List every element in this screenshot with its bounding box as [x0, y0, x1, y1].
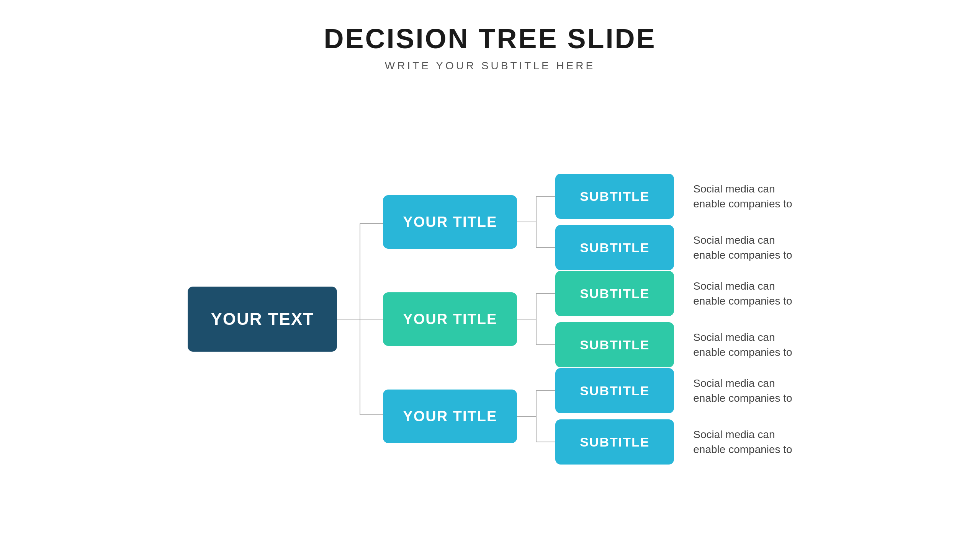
mid-node-3[interactable]: YOUR TITLE [383, 390, 517, 443]
branch2-connector [517, 271, 555, 367]
desc-2-2: Social media can enable companies to [693, 322, 792, 367]
sub-node-3-1[interactable]: SUBTITLE [555, 368, 674, 413]
mid-node-2[interactable]: YOUR TITLE [383, 292, 517, 346]
desc-3: Social media can enable companies to Soc… [693, 368, 792, 465]
sub-node-1-2[interactable]: SUBTITLE [555, 225, 674, 270]
desc-3-1: Social media can enable companies to [693, 368, 792, 413]
page-title: DECISION TREE SLIDE [324, 23, 656, 54]
desc-1: Social media can enable companies to Soc… [693, 174, 792, 270]
desc-2: Social media can enable companies to Soc… [693, 271, 792, 367]
sub-node-2-2[interactable]: SUBTITLE [555, 322, 674, 367]
desc-3-2: Social media can enable companies to [693, 419, 792, 465]
sub-node-3-2[interactable]: SUBTITLE [555, 419, 674, 465]
subnodes-3: SUBTITLE SUBTITLE [555, 368, 674, 465]
desc-1-1: Social media can enable companies to [693, 174, 792, 219]
subnodes-1: SUBTITLE SUBTITLE [555, 174, 674, 270]
diagram-wrapper: YOUR TEXT YOUR TITLE SUBTITLE [0, 87, 980, 551]
branch-group-2: YOUR TITLE SUBTITLE SUBTITLE Social medi… [383, 271, 792, 367]
page-subtitle: WRITE YOUR SUBTITLE HERE [324, 60, 656, 72]
root-connector-svg [337, 174, 383, 465]
sub-node-1-1[interactable]: SUBTITLE [555, 174, 674, 219]
branch-group-3: YOUR TITLE SUBTITLE SUBTITLE Social medi… [383, 368, 792, 465]
root-node[interactable]: YOUR TEXT [188, 287, 337, 352]
mid-node-1[interactable]: YOUR TITLE [383, 195, 517, 249]
branch3-connector [517, 368, 555, 465]
all-branches: YOUR TITLE SUBTITLE SUBTITLE Social medi… [383, 174, 792, 465]
branch-group-1: YOUR TITLE SUBTITLE SUBTITLE Social medi… [383, 174, 792, 270]
page-header: DECISION TREE SLIDE WRITE YOUR SUBTITLE … [324, 23, 656, 72]
desc-2-1: Social media can enable companies to [693, 271, 792, 316]
branch1-connector [517, 174, 555, 270]
subnodes-2: SUBTITLE SUBTITLE [555, 271, 674, 367]
desc-1-2: Social media can enable companies to [693, 225, 792, 270]
sub-node-2-1[interactable]: SUBTITLE [555, 271, 674, 316]
